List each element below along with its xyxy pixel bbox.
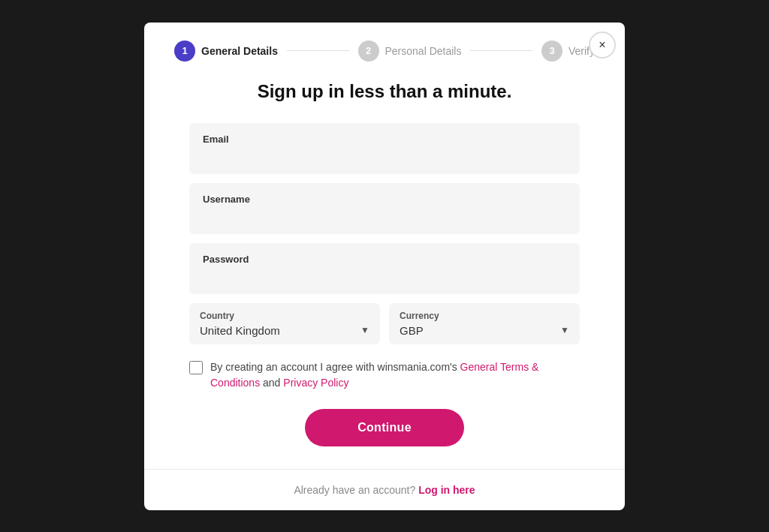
currency-dropdown-icon: ▼	[560, 325, 569, 335]
login-link[interactable]: Log in here	[418, 484, 475, 496]
currency-select-wrapper: GBP USD EUR AUD CAD ▼	[400, 324, 569, 337]
step-1-circle: 1	[174, 41, 195, 62]
step-line-2	[470, 50, 532, 51]
country-select-wrapper: United Kingdom United States Canada Aust…	[200, 324, 369, 337]
terms-checkbox[interactable]	[189, 361, 203, 374]
continue-button[interactable]: Continue	[305, 409, 464, 446]
step-3: 3 Verify	[541, 41, 595, 62]
terms-text-before: By creating an account I agree with wins…	[210, 361, 460, 373]
step-2-label: Personal Details	[385, 45, 462, 57]
currency-select[interactable]: GBP USD EUR AUD CAD	[400, 324, 560, 337]
footer-text: Already have an account? Log in here	[294, 484, 475, 496]
country-dropdown-icon: ▼	[360, 325, 369, 335]
modal-footer: Already have an account? Log in here	[144, 469, 625, 510]
stepper: 1 General Details 2 Personal Details 3 V…	[144, 23, 625, 74]
footer-text-before: Already have an account?	[294, 484, 418, 496]
password-field-container: Password	[189, 243, 580, 294]
country-label: Country	[200, 311, 369, 321]
terms-text-middle: and	[260, 377, 283, 389]
privacy-link[interactable]: Privacy Policy	[283, 377, 348, 389]
modal-body: Sign up in less than a minute. Email Use…	[144, 74, 625, 469]
currency-label: Currency	[400, 311, 569, 321]
username-field-container: Username	[189, 183, 580, 234]
country-select[interactable]: United Kingdom United States Canada Aust…	[200, 324, 360, 337]
username-input[interactable]	[203, 208, 566, 224]
password-input[interactable]	[203, 268, 566, 284]
currency-field-container: Currency GBP USD EUR AUD CAD ▼	[389, 303, 580, 344]
country-field-container: Country United Kingdom United States Can…	[189, 303, 380, 344]
email-field-container: Email	[189, 123, 580, 174]
email-label: Email	[203, 134, 566, 145]
step-3-circle: 3	[541, 41, 562, 62]
terms-row: By creating an account I agree with wins…	[189, 359, 580, 391]
step-line-1	[287, 50, 349, 51]
step-1-label: General Details	[201, 45, 278, 57]
username-label: Username	[203, 194, 566, 205]
terms-label: By creating an account I agree with wins…	[210, 359, 580, 391]
email-input[interactable]	[203, 148, 566, 164]
password-label: Password	[203, 254, 566, 265]
step-1: 1 General Details	[174, 41, 278, 62]
step-2: 2 Personal Details	[358, 41, 462, 62]
signup-modal: × 1 General Details 2 Personal Details 3…	[144, 23, 625, 510]
close-button[interactable]: ×	[589, 32, 616, 59]
country-currency-row: Country United Kingdom United States Can…	[189, 303, 580, 344]
modal-title: Sign up in less than a minute.	[189, 81, 580, 102]
step-2-circle: 2	[358, 41, 379, 62]
